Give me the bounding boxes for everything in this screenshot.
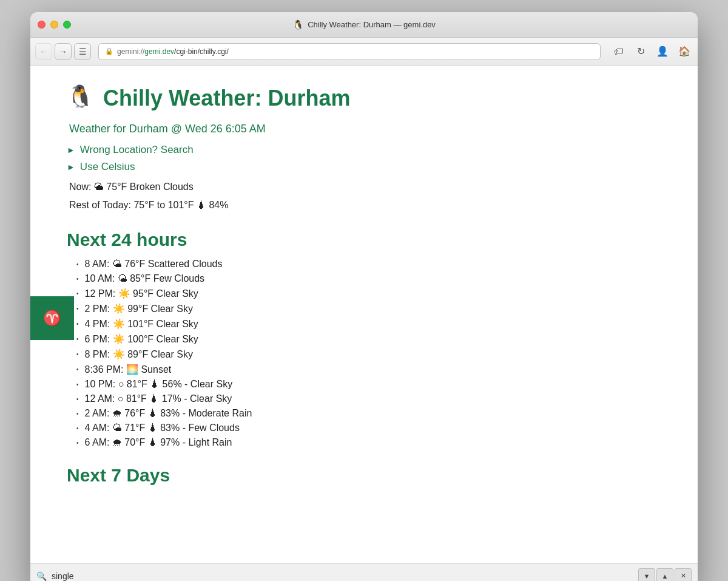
forecast-item-text: 2 PM: ☀️ 99°F Clear Sky (85, 303, 193, 314)
sidebar-toggle-button[interactable]: ☰ (74, 43, 91, 60)
forecast-item-text: 8 AM: 🌤 76°F Scattered Clouds (85, 259, 223, 270)
bullet-icon: • (76, 425, 79, 432)
weather-subtitle: Weather for Durham @ Wed 26 6:05 AM (67, 123, 661, 135)
traffic-lights (38, 21, 71, 29)
window-title-area: 🐧 Chilly Weather: Durham — gemi.dev (292, 19, 436, 30)
forecast-item-text: 10 AM: 🌤 85°F Few Clouds (85, 273, 205, 284)
list-item: • 4 AM: 🌤 71°F 🌢 83% - Few Clouds (76, 423, 661, 433)
list-item: • 10 PM: ○ 81°F 🌢 56% - Clear Sky (76, 379, 661, 390)
list-item: • 2 PM: ☀️ 99°F Clear Sky (76, 303, 661, 314)
list-item: • 8:36 PM: 🌅 Sunset (76, 364, 661, 375)
search-close-button[interactable]: ✕ (675, 568, 692, 582)
address-domain: gemi.dev (144, 47, 174, 56)
list-item: • 8 AM: 🌤 76°F Scattered Clouds (76, 259, 661, 270)
window-title: Chilly Weather: Durham — gemi.dev (308, 20, 436, 29)
maximize-button[interactable] (63, 21, 71, 29)
titlebar: 🐧 Chilly Weather: Durham — gemi.dev (30, 12, 698, 38)
list-item: • 4 PM: ☀️ 101°F Clear Sky (76, 318, 661, 330)
weather-now: Now: 🌥 75°F Broken Clouds (69, 179, 661, 195)
fab-icon: ♈ (43, 310, 61, 327)
forecast-item-text: 2 AM: 🌧 76°F 🌢 83% - Moderate Rain (85, 408, 252, 419)
toolbar-actions: 🏷 ↻ 👤 🏠 (610, 43, 693, 60)
search-dropdown-button[interactable]: ▼ (638, 568, 655, 582)
refresh-button[interactable]: ↻ (632, 43, 649, 60)
next24-heading: Next 24 hours (67, 229, 661, 250)
forecast-item-text: 12 PM: ☀️ 95°F Clear Sky (85, 288, 198, 299)
list-item: • 12 AM: ○ 81°F 🌢 17% - Clear Sky (76, 393, 661, 404)
search-icon: 🔍 (36, 571, 47, 581)
list-item: • 8 PM: ☀️ 89°F Clear Sky (76, 348, 661, 360)
list-item: • 6 AM: 🌧 70°F 🌢 97% - Light Rain (76, 437, 661, 448)
penguin-icon: 🐧 (67, 84, 96, 113)
list-item: • 6 PM: ☀️ 100°F Clear Sky (76, 333, 661, 345)
page-header: 🐧 Chilly Weather: Durham (67, 84, 661, 113)
bullet-icon: • (76, 321, 79, 327)
bullet-icon: • (76, 336, 79, 342)
page-title: Chilly Weather: Durham (103, 86, 350, 111)
bullet-icon: • (76, 366, 79, 373)
bullet-icon: • (76, 276, 79, 282)
forecast-item-text: 10 PM: ○ 81°F 🌢 56% - Clear Sky (85, 379, 233, 390)
sidebar-fab-button[interactable]: ♈ (30, 296, 74, 340)
bullet-icon: • (76, 351, 79, 358)
use-celsius-label: Use Celsius (80, 161, 135, 173)
home-button[interactable]: 🏠 (676, 43, 693, 60)
current-weather: Now: 🌥 75°F Broken Clouds Rest of Today:… (67, 179, 661, 212)
bullet-icon: • (76, 410, 79, 417)
next7days-heading: Next 7 Days (67, 465, 661, 486)
forecast-item-text: 12 AM: ○ 81°F 🌢 17% - Clear Sky (85, 393, 232, 404)
address-path: /cgi-bin/chilly.cgi/ (174, 47, 229, 56)
minimize-button[interactable] (50, 21, 58, 29)
bullet-icon: • (76, 381, 79, 388)
back-button[interactable]: ← (35, 43, 52, 60)
browser-window: 🐧 Chilly Weather: Durham — gemi.dev ← → … (30, 12, 698, 581)
search-bar: 🔍 ▼ ▲ ✕ (30, 563, 698, 581)
use-celsius-link[interactable]: ► Use Celsius (67, 161, 661, 173)
forecast-item-text: 4 AM: 🌤 71°F 🌢 83% - Few Clouds (85, 423, 240, 433)
wrong-location-link[interactable]: ► Wrong Location? Search (67, 144, 661, 156)
search-up-button[interactable]: ▲ (656, 568, 673, 582)
title-icon: 🐧 (292, 19, 304, 30)
bullet-icon: • (76, 290, 79, 297)
forecast-item-text: 8:36 PM: 🌅 Sunset (85, 364, 172, 375)
search-input[interactable] (52, 571, 633, 581)
close-button[interactable] (38, 21, 46, 29)
browser-toolbar: ← → ☰ 🔒 gemini://gemi.dev/cgi-bin/chilly… (30, 38, 698, 66)
bullet-icon: • (76, 396, 79, 403)
bullet-icon: • (76, 440, 79, 446)
address-bar[interactable]: 🔒 gemini://gemi.dev/cgi-bin/chilly.cgi/ (98, 43, 601, 60)
weather-today: Rest of Today: 75°F to 101°F 🌢 84% (69, 197, 661, 213)
list-item: • 2 AM: 🌧 76°F 🌢 83% - Moderate Rain (76, 408, 661, 419)
bullet-icon: • (76, 261, 79, 268)
forecast-item-text: 4 PM: ☀️ 101°F Clear Sky (85, 318, 198, 330)
address-protocol: gemini:// (117, 47, 144, 56)
forward-button[interactable]: → (55, 43, 72, 60)
list-item: • 12 PM: ☀️ 95°F Clear Sky (76, 288, 661, 299)
wrong-location-label: Wrong Location? Search (80, 144, 194, 156)
forecast-item-text: 6 AM: 🌧 70°F 🌢 97% - Light Rain (85, 437, 232, 448)
lock-icon: 🔒 (105, 47, 113, 55)
link-arrow-2: ► (67, 162, 75, 172)
user-icon[interactable]: 👤 (654, 43, 671, 60)
link-arrow-1: ► (67, 145, 75, 155)
forecast-list: • 8 AM: 🌤 76°F Scattered Clouds • 10 AM:… (67, 259, 661, 448)
forecast-item-text: 6 PM: ☀️ 100°F Clear Sky (85, 333, 198, 345)
address-text: gemini://gemi.dev/cgi-bin/chilly.cgi/ (117, 47, 229, 56)
list-item: • 10 AM: 🌤 85°F Few Clouds (76, 273, 661, 284)
tag-icon[interactable]: 🏷 (610, 43, 627, 60)
content-area: ♈ 🐧 Chilly Weather: Durham Weather for D… (30, 66, 698, 563)
search-controls: ▼ ▲ ✕ (638, 568, 692, 582)
forecast-item-text: 8 PM: ☀️ 89°F Clear Sky (85, 348, 193, 360)
bullet-icon: • (76, 305, 79, 312)
